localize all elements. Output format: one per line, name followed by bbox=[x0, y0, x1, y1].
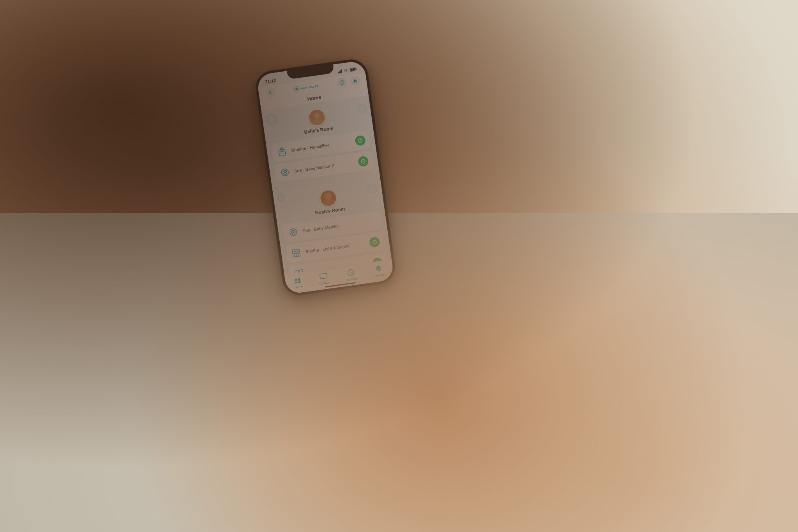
svg-line-19 bbox=[360, 139, 360, 141]
svg-rect-3 bbox=[341, 69, 342, 73]
brand-name: MAXI-COSI bbox=[300, 85, 318, 90]
nav-settings-icon bbox=[374, 264, 384, 274]
noah-avatar-img bbox=[320, 189, 337, 207]
home-nav-icon bbox=[352, 78, 358, 83]
camera-device-icon-2 bbox=[288, 227, 298, 237]
nav-item-routines[interactable]: Routines bbox=[344, 267, 358, 282]
status-time: 21:12 bbox=[265, 78, 277, 84]
power-on-icon-2 bbox=[360, 158, 366, 164]
status-icons bbox=[337, 67, 357, 74]
room-section-belles: Belle's Room bbox=[261, 96, 380, 187]
soothe-name: Soothe - Light & Sound bbox=[305, 241, 366, 254]
nav-monitor-icon bbox=[319, 272, 328, 281]
svg-rect-2 bbox=[340, 70, 341, 73]
svg-line-34 bbox=[294, 250, 295, 257]
svg-point-22 bbox=[284, 171, 286, 173]
help-button[interactable]: ? bbox=[336, 77, 348, 88]
svg-rect-0 bbox=[338, 72, 339, 74]
svg-line-53 bbox=[351, 270, 351, 272]
monitor2-power-button[interactable] bbox=[358, 156, 369, 167]
svg-line-16 bbox=[281, 151, 284, 152]
nav-routines-label: Routines bbox=[346, 277, 358, 282]
nav-home-label: Home bbox=[294, 285, 303, 289]
soothe-icon bbox=[290, 247, 303, 259]
svg-point-30 bbox=[293, 232, 295, 233]
back-button[interactable] bbox=[265, 87, 276, 98]
humidifier-icon bbox=[276, 145, 288, 158]
svg-rect-6 bbox=[350, 68, 355, 71]
header-right: ? bbox=[336, 75, 361, 88]
noah-room-name: Noah's Room bbox=[315, 206, 345, 216]
monitor2-name: See - Baby Monitor 2 bbox=[294, 160, 355, 173]
brand-logo: MAXI-COSI bbox=[293, 83, 318, 92]
svg-rect-1 bbox=[339, 71, 340, 73]
svg-line-35 bbox=[296, 249, 297, 256]
belle-avatar-img bbox=[308, 109, 326, 126]
back-icon bbox=[268, 90, 273, 95]
svg-point-55 bbox=[378, 267, 380, 270]
svg-line-24 bbox=[363, 160, 364, 161]
belle-room-name: Belle's Room bbox=[304, 125, 334, 135]
humidifier-power-button[interactable] bbox=[355, 135, 366, 146]
soothe-power-button[interactable] bbox=[369, 236, 380, 247]
home-button[interactable] bbox=[350, 75, 361, 86]
svg-line-17 bbox=[281, 153, 284, 153]
svg-rect-49 bbox=[320, 273, 327, 279]
monitor-icon bbox=[287, 226, 300, 239]
svg-text:?: ? bbox=[341, 81, 343, 84]
nav-item-monitor[interactable]: Monitor bbox=[318, 271, 330, 285]
nav-item-home[interactable]: Home bbox=[293, 275, 303, 289]
power-on-icon-3 bbox=[371, 239, 378, 245]
nav-monitor-label: Monitor bbox=[319, 281, 330, 286]
question-icon: ? bbox=[339, 80, 345, 85]
noah-avatar bbox=[319, 189, 338, 208]
ground-surface bbox=[0, 213, 798, 532]
nav-routines-icon bbox=[346, 268, 356, 277]
svg-line-38 bbox=[374, 240, 375, 242]
signal-icon bbox=[337, 69, 343, 74]
svg-line-36 bbox=[298, 249, 299, 256]
header-back[interactable] bbox=[265, 87, 276, 98]
wifi-icon bbox=[344, 68, 349, 73]
camera-device-icon-1 bbox=[280, 168, 290, 177]
humidifier-device-icon bbox=[277, 146, 287, 157]
humidifier-name: Breathe - Humidifier bbox=[291, 140, 352, 153]
svg-rect-46 bbox=[298, 278, 301, 281]
monitor2-icon bbox=[279, 166, 291, 179]
svg-line-54 bbox=[351, 272, 352, 274]
battery-icon bbox=[350, 67, 357, 72]
power-on-icon bbox=[357, 138, 364, 144]
brand-star-icon bbox=[293, 86, 300, 92]
nav-settings-label: Settings bbox=[374, 273, 386, 278]
nav-home-icon bbox=[293, 275, 303, 285]
monitor-name: See - Baby Monitor bbox=[302, 218, 377, 233]
svg-rect-47 bbox=[295, 282, 298, 284]
soothe-device-icon bbox=[291, 247, 301, 259]
nav-item-settings[interactable]: Settings bbox=[373, 263, 386, 278]
svg-rect-45 bbox=[295, 279, 298, 281]
svg-rect-48 bbox=[298, 281, 301, 283]
belle-avatar bbox=[307, 108, 327, 127]
